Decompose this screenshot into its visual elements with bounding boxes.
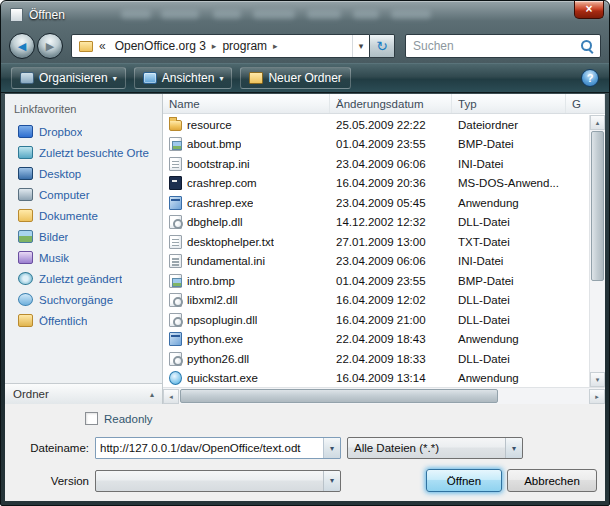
sidebar-item-documents[interactable]: Dokumente — [5, 205, 162, 226]
dos-file-icon — [169, 176, 182, 190]
file-row[interactable]: fundamental.ini 23.04.2009 06:06 INI-Dat… — [163, 252, 589, 272]
filename-dropdown-button[interactable]: ▾ — [323, 438, 340, 458]
sidebar-item-public[interactable]: Öffentlich — [5, 310, 162, 331]
breadcrumb-item-openoffice[interactable]: OpenOffice.org 3 — [109, 35, 212, 57]
file-name: python26.dll — [187, 353, 249, 365]
file-row[interactable]: dbghelp.dll 14.12.2002 12:32 DLL-Datei — [163, 213, 589, 233]
file-row[interactable]: libxml2.dll 16.04.2009 12:02 DLL-Datei — [163, 291, 589, 311]
ini-file-icon — [169, 157, 182, 171]
sidebar-item-music[interactable]: Musik — [5, 247, 162, 268]
file-row[interactable]: bootstrap.ini 23.04.2009 06:06 INI-Datei — [163, 154, 589, 174]
vertical-scroll-thumb[interactable] — [591, 131, 604, 281]
scroll-down-button[interactable]: ▾ — [590, 372, 605, 387]
address-dropdown-button[interactable]: ▾ — [352, 35, 369, 57]
open-dialog-window: Öffnen × ◀ ▶ « OpenOffice.org 3 ▸ progra… — [0, 0, 610, 506]
sidebar-item-pictures[interactable]: Bilder — [5, 226, 162, 247]
sidebar-item-label: Zuletzt besuchte Orte — [39, 147, 149, 159]
horizontal-scroll-thumb[interactable] — [180, 389, 498, 403]
column-header-date[interactable]: Änderungsdatum — [330, 94, 452, 113]
close-icon: × — [585, 2, 592, 16]
column-header-type[interactable]: Typ — [452, 94, 566, 113]
help-button[interactable]: ? — [581, 69, 599, 87]
file-row[interactable]: resource 25.05.2009 22:22 Dateiordner — [163, 115, 589, 135]
open-button-label: Öffnen — [447, 475, 481, 487]
file-name: desktophelper.txt — [187, 236, 274, 248]
quickstart-file-icon — [169, 371, 182, 385]
forward-button[interactable]: ▶ — [37, 33, 63, 59]
file-row[interactable]: intro.bmp 01.04.2009 23:55 BMP-Datei — [163, 271, 589, 291]
searches-icon — [18, 293, 33, 306]
file-date: 16.04.2009 12:02 — [330, 294, 452, 306]
file-type: DLL-Datei — [452, 216, 566, 228]
app-file-icon — [169, 332, 182, 346]
file-name: bootstrap.ini — [187, 158, 250, 170]
dll-file-icon — [169, 215, 182, 229]
breadcrumb-item-program[interactable]: program — [216, 35, 273, 57]
sidebar-item-recently-changed[interactable]: Zuletzt geändert — [5, 268, 162, 289]
open-button[interactable]: Öffnen — [426, 469, 502, 492]
chevron-down-icon: ▾ — [505, 438, 522, 458]
dropbox-icon — [18, 125, 33, 138]
refresh-button[interactable]: ↻ — [370, 34, 395, 58]
file-name: resource — [187, 119, 232, 131]
vertical-scrollbar[interactable]: ▴ ▾ — [589, 115, 605, 387]
scroll-right-button[interactable]: ▸ — [589, 389, 605, 404]
folders-expander[interactable]: Ordner ▴ — [5, 383, 162, 404]
desktop-icon — [18, 167, 33, 180]
sidebar-item-label: Dropbox — [39, 126, 82, 138]
file-type: Dateiordner — [452, 119, 566, 131]
bmp-file-icon — [169, 137, 182, 151]
sidebar-item-computer[interactable]: Computer — [5, 184, 162, 205]
file-row[interactable]: python.exe 22.04.2009 18:43 Anwendung — [163, 330, 589, 350]
file-row[interactable]: npsoplugin.dll 16.04.2009 21:00 DLL-Date… — [163, 310, 589, 330]
column-header-name[interactable]: Name — [163, 94, 330, 113]
file-row[interactable]: crashrep.com 16.04.2009 20:36 MS-DOS-Anw… — [163, 174, 589, 194]
file-date: 14.12.2002 12:32 — [330, 216, 452, 228]
file-type: Anwendung — [452, 197, 566, 209]
computer-icon — [18, 188, 33, 201]
file-list-header: Name Änderungsdatum Typ G — [163, 94, 605, 114]
filename-label: Dateiname: — [5, 442, 89, 454]
refresh-icon: ↻ — [376, 38, 388, 54]
new-folder-button[interactable]: Neuer Ordner — [240, 67, 350, 89]
version-select[interactable]: ▾ — [95, 470, 341, 492]
sidebar-item-dropbox[interactable]: Dropbox — [5, 121, 162, 142]
sidebar-item-recent-places[interactable]: Zuletzt besuchte Orte — [5, 142, 162, 163]
views-button[interactable]: Ansichten ▾ — [134, 67, 233, 89]
file-row[interactable]: python26.dll 22.04.2009 18:33 DLL-Datei — [163, 349, 589, 369]
dll-file-icon — [169, 313, 182, 327]
back-button[interactable]: ◀ — [9, 33, 35, 59]
sidebar-item-searches[interactable]: Suchvorgänge — [5, 289, 162, 310]
file-name: quickstart.exe — [187, 372, 258, 384]
cancel-button-label: Abbrechen — [524, 475, 580, 487]
column-header-size[interactable]: G — [566, 94, 605, 113]
horizontal-scrollbar[interactable]: ◂ ▸ — [163, 387, 605, 404]
sidebar-item-desktop[interactable]: Desktop — [5, 163, 162, 184]
sidebar-item-label: Desktop — [39, 168, 81, 180]
file-row[interactable]: crashrep.exe 23.04.2009 05:45 Anwendung — [163, 193, 589, 213]
folder-file-icon — [169, 120, 182, 131]
close-button[interactable]: × — [574, 1, 604, 19]
readonly-checkbox[interactable] — [85, 412, 98, 425]
file-row[interactable]: desktophelper.txt 27.01.2009 13:00 TXT-D… — [163, 232, 589, 252]
breadcrumb-overflow[interactable]: « — [96, 39, 109, 53]
file-row[interactable]: quickstart.exe 16.04.2009 13:14 Anwendun… — [163, 369, 589, 388]
file-date: 25.05.2009 22:22 — [330, 119, 452, 131]
address-bar[interactable]: « OpenOffice.org 3 ▸ program ▸ ▾ — [71, 34, 370, 58]
scroll-up-button[interactable]: ▴ — [590, 115, 605, 130]
sidebar-item-label: Computer — [39, 189, 90, 201]
organize-button[interactable]: Organisieren ▾ — [11, 67, 126, 89]
filetype-select[interactable]: Alle Dateien (*.*) ▾ — [347, 437, 523, 459]
scroll-left-button[interactable]: ◂ — [163, 389, 179, 404]
window-icon — [10, 8, 23, 22]
file-date: 01.04.2009 23:55 — [330, 138, 452, 150]
file-row[interactable]: about.bmp 01.04.2009 23:55 BMP-Datei — [163, 135, 589, 155]
filename-input[interactable] — [96, 442, 323, 454]
cancel-button[interactable]: Abbrechen — [507, 469, 597, 492]
new-folder-label: Neuer Ordner — [268, 71, 341, 85]
recently-changed-icon — [18, 272, 33, 285]
filetype-value: Alle Dateien (*.*) — [354, 442, 439, 454]
file-type: MS-DOS-Anwend... — [452, 177, 566, 189]
search-input[interactable] — [406, 39, 580, 53]
recent-places-icon — [18, 146, 33, 159]
